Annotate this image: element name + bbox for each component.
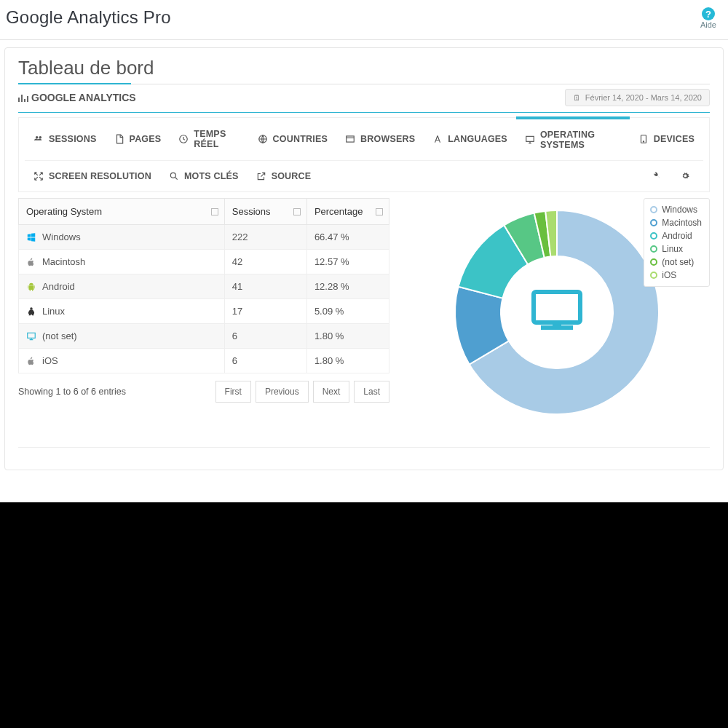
section-heading-text: GOOGLE ANALYTICS	[31, 92, 136, 103]
help-button[interactable]: ? Aide	[700, 7, 716, 29]
tab-browsers[interactable]: BROWSERS	[336, 118, 424, 160]
svg-point-7	[643, 141, 644, 142]
legend-swatch-icon	[650, 245, 657, 253]
checkbox-icon[interactable]	[293, 208, 301, 215]
table-row[interactable]: Android4112.28 %	[19, 274, 389, 299]
tab-temps-r-el[interactable]: TEMPS RÉEL	[170, 118, 248, 160]
desktop-icon	[534, 292, 580, 330]
table-row[interactable]: Windows22266.47 %	[19, 225, 389, 250]
donut-chart: WindowsMacintoshAndroidLinux(not set)iOS	[404, 198, 710, 418]
tablet-icon	[638, 134, 649, 144]
legend-swatch-icon	[650, 258, 657, 266]
tab-languages[interactable]: LANGUAGES	[424, 118, 516, 160]
globe-icon	[258, 134, 268, 144]
tab-operating-systems[interactable]: OPERATING SYSTEMS	[516, 117, 630, 160]
svg-rect-10	[534, 292, 580, 323]
pager-first[interactable]: First	[215, 381, 251, 403]
users-icon	[33, 134, 44, 144]
date-range-text: Février 14, 2020 - Mars 14, 2020	[585, 93, 702, 102]
tab-devices[interactable]: DEVICES	[630, 118, 703, 160]
tab-source[interactable]: SOURCE	[248, 161, 320, 191]
svg-rect-12	[553, 321, 561, 327]
legend-swatch-icon	[650, 206, 657, 213]
legend-swatch-icon	[650, 219, 657, 226]
table-row[interactable]: Macintosh4212.57 %	[19, 250, 389, 274]
search-icon	[169, 171, 179, 181]
panel-title: Tableau de bord	[18, 57, 710, 79]
legend-item[interactable]: Windows	[650, 203, 702, 216]
pager-last[interactable]: Last	[354, 381, 389, 403]
svg-rect-5	[526, 136, 534, 141]
chart-legend: WindowsMacintoshAndroidLinux(not set)iOS	[644, 198, 710, 287]
checkbox-icon[interactable]	[376, 208, 383, 215]
tab-pages[interactable]: PAGES	[106, 118, 170, 160]
svg-point-8	[170, 173, 175, 178]
tabs-bar: SESSIONSPAGESTEMPS RÉELCOUNTRIESBROWSERS…	[18, 117, 710, 192]
col-operating-system[interactable]: Operating System	[19, 199, 225, 225]
tab-screen-resolution[interactable]: SCREEN RESOLUTION	[25, 161, 160, 191]
calendar-icon: 🗓	[573, 93, 581, 102]
table-info: Showing 1 to 6 of 6 entries	[18, 387, 126, 397]
tab-countries[interactable]: COUNTRIES	[249, 118, 336, 160]
pager: FirstPreviousNextLast	[215, 381, 389, 403]
date-range-button[interactable]: 🗓 Février 14, 2020 - Mars 14, 2020	[565, 89, 710, 106]
tab-sessions[interactable]: SESSIONS	[25, 118, 106, 160]
barchart-icon	[18, 93, 28, 102]
gear-icon[interactable]	[680, 170, 692, 182]
expand-icon	[33, 171, 44, 181]
font-icon	[432, 134, 443, 144]
os-table: Operating SystemSessionsPercentage Windo…	[18, 198, 389, 418]
legend-item[interactable]: Linux	[650, 242, 702, 256]
svg-point-0	[36, 136, 39, 139]
monitor-icon	[26, 331, 36, 341]
legend-item[interactable]: Macintosh	[650, 216, 702, 229]
table-row[interactable]: Linux175.09 %	[19, 299, 389, 324]
pager-previous[interactable]: Previous	[256, 381, 309, 403]
apple-icon	[26, 356, 36, 366]
external-icon	[256, 171, 266, 181]
apple-icon	[26, 257, 36, 267]
col-percentage[interactable]: Percentage	[306, 199, 389, 225]
help-label: Aide	[700, 20, 716, 29]
table-row[interactable]: iOS61.80 %	[19, 349, 389, 373]
tab-mots-cl-s[interactable]: MOTS CLÉS	[160, 161, 248, 191]
svg-point-1	[39, 136, 42, 139]
table-row[interactable]: (not set)61.80 %	[19, 324, 389, 349]
windows-icon	[26, 232, 36, 242]
legend-item[interactable]: Android	[650, 229, 702, 242]
pager-next[interactable]: Next	[313, 381, 350, 403]
svg-rect-4	[347, 136, 355, 142]
section-heading: GOOGLE ANALYTICS	[18, 92, 136, 103]
desktop-icon	[525, 135, 535, 145]
checkbox-icon[interactable]	[211, 208, 218, 215]
legend-item[interactable]: (not set)	[650, 256, 702, 269]
legend-item[interactable]: iOS	[650, 269, 702, 282]
wrench-icon[interactable]	[651, 170, 662, 182]
legend-swatch-icon	[650, 272, 657, 279]
svg-rect-9	[28, 333, 36, 338]
legend-swatch-icon	[650, 232, 657, 240]
app-title: Google Analytics Pro	[6, 7, 171, 28]
android-icon	[26, 282, 36, 292]
linux-icon	[26, 306, 36, 317]
file-icon	[114, 134, 124, 144]
clock-icon	[178, 134, 189, 144]
window-icon	[345, 134, 355, 144]
dashboard-panel: Tableau de bord GOOGLE ANALYTICS 🗓 Févri…	[4, 47, 724, 470]
col-sessions[interactable]: Sessions	[224, 199, 306, 225]
help-icon: ?	[702, 7, 715, 20]
